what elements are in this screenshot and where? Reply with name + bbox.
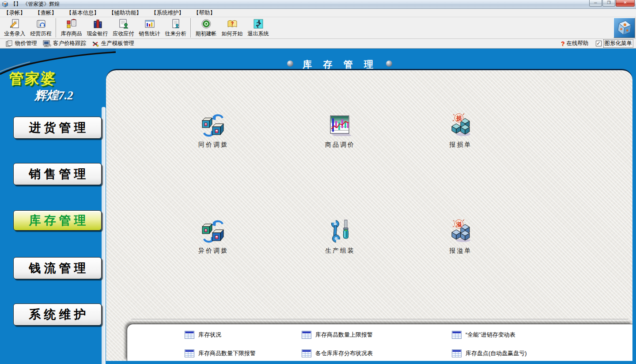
sphere-icon <box>386 61 392 67</box>
sidebar-item-purchase[interactable]: 进货管理 <box>13 117 102 139</box>
toolbar-label: 往来分析 <box>165 30 186 38</box>
brand-logo-line1: 管家婆 <box>8 69 57 89</box>
main-toolbar: 业务录入 经营历程 库存商品 <box>0 17 636 39</box>
toolbar-customer-price-tracking[interactable]: 客户价格跟踪 <box>42 40 86 47</box>
report-warehouse-distribution[interactable]: 各仓库库存分布状况表 <box>302 349 373 358</box>
menubar: 【录帐】 【查帐】 【基本信息】 【辅助功能】 【系统维护】 【帮助】 <box>0 9 636 17</box>
shortcut-goods-price-adjust[interactable]: 商品调价 <box>311 113 369 149</box>
sidebar-item-sales[interactable]: 销售管理 <box>13 163 102 185</box>
toolbar-label: 库存商品 <box>61 30 82 38</box>
report-lower-limit-alarm[interactable]: 库存商品数量下限报警 <box>185 349 256 358</box>
toolbar-contacts-analysis[interactable]: 往来分析 <box>163 18 189 38</box>
production-template-icon <box>91 40 99 47</box>
shortcut-production-assembly[interactable]: 生产组装 <box>311 219 369 255</box>
workspace: 管家婆 辉煌7.2 进货管理 销售管理 库存管理 钱流管理 系统维护 库 存 管… <box>0 49 636 364</box>
svg-text:?: ? <box>231 21 234 26</box>
menu-query[interactable]: 【查帐】 <box>32 9 60 17</box>
shortcut-surplus-report[interactable]: 溢 报溢单 <box>432 219 489 255</box>
toolbar-label: 生产模板管理 <box>101 40 134 47</box>
toolbar-label: 现金银行 <box>87 30 108 38</box>
sidebar-divider-strip <box>102 107 106 364</box>
toolbar-business-entry[interactable]: 业务录入 <box>2 18 28 38</box>
toolbar-initial-account[interactable]: 期初建帐 <box>193 18 219 38</box>
report-upper-limit-alarm[interactable]: 库存商品数量上限报警 <box>302 330 373 339</box>
goods-price-adjust-icon <box>328 113 352 138</box>
sidebar-item-cashflow[interactable]: 钱流管理 <box>13 257 102 279</box>
report-omni-flow-table[interactable]: “全能”进销存变动表 <box>452 330 515 339</box>
toolbar-label: 物价管理 <box>15 40 37 47</box>
inventory-goods-icon <box>66 19 77 29</box>
table-icon <box>185 331 194 339</box>
menu-basic-info[interactable]: 【基本信息】 <box>64 9 102 17</box>
menu-system-maintenance[interactable]: 【系统维护】 <box>148 9 187 17</box>
window-title: 【】 《管家婆》辉煌 <box>11 0 60 8</box>
restore-button[interactable]: ❐ <box>602 0 615 7</box>
report-label: 库存商品数量上限报警 <box>315 331 373 339</box>
shortcut-label: 报溢单 <box>450 247 472 255</box>
titlebar: 【】 《管家婆》辉煌 ─ ❐ ✕ <box>0 0 636 9</box>
loss-badge-text: 损 <box>456 115 462 121</box>
toolbar-sales-statistics[interactable]: 销售统计 <box>136 18 163 38</box>
table-icon <box>185 349 194 357</box>
toolbar-price-management[interactable]: 物价管理 <box>5 40 37 47</box>
secondary-toolbar: 物价管理 客户价格跟踪 生产模板管理 ? 在线帮助 ✓ 图形化菜单 <box>0 39 636 49</box>
table-icon <box>302 349 311 357</box>
report-label: “全能”进销存变动表 <box>466 331 515 339</box>
edit-document-icon <box>9 19 21 29</box>
report-label: 库存状况 <box>198 331 221 339</box>
shortcut-diff-price-transfer[interactable]: 异价调拨 <box>185 219 242 255</box>
toolbar-inventory-goods[interactable]: 库存商品 <box>58 18 84 38</box>
business-history-icon <box>35 19 47 29</box>
receivable-payable-icon <box>118 19 129 29</box>
toolbar2-right-group: ? 在线帮助 ✓ 图形化菜单 <box>561 39 633 48</box>
shortcut-label: 异价调拨 <box>198 247 228 255</box>
surplus-badge-text: 溢 <box>456 221 462 228</box>
toolbar-production-template[interactable]: 生产模板管理 <box>91 40 134 47</box>
shortcut-same-price-transfer[interactable]: 同价调拨 <box>185 113 242 149</box>
menu-record[interactable]: 【录帐】 <box>1 9 28 17</box>
shortcut-label: 商品调价 <box>325 141 355 149</box>
toolbar-label: 期初建帐 <box>196 30 217 38</box>
customer-price-tracking-icon <box>42 40 51 47</box>
menu-help[interactable]: 【帮助】 <box>191 9 218 17</box>
how-to-start-icon: ? <box>227 19 238 29</box>
initial-account-icon <box>201 19 212 29</box>
diff-price-transfer-icon <box>201 219 226 244</box>
sidebar-item-inventory[interactable]: 库存管理 <box>13 210 102 231</box>
toolbar-business-history[interactable]: 经营历程 <box>28 18 54 38</box>
shortcut-label: 报损单 <box>450 141 472 149</box>
app-icon <box>2 1 8 8</box>
window-controls: ─ ❐ ✕ <box>589 0 635 7</box>
table-icon <box>302 331 311 339</box>
contacts-analysis-icon <box>170 19 182 29</box>
report-inventory-status[interactable]: 库存状况 <box>185 330 221 339</box>
report-label: 库存商品数量下限报警 <box>198 349 256 357</box>
loss-report-icon: 损 <box>448 113 473 138</box>
menu-auxiliary[interactable]: 【辅助功能】 <box>106 9 144 17</box>
toolbar-label: 销售统计 <box>139 30 160 38</box>
toolbar-label: 业务录入 <box>4 30 26 38</box>
close-button[interactable]: ✕ <box>616 0 635 7</box>
toolbar-label: 应收应付 <box>113 30 134 38</box>
toolbar-receivable-payable[interactable]: 应收应付 <box>110 18 136 38</box>
online-help-link[interactable]: 在线帮助 <box>567 40 589 47</box>
surplus-report-icon: 溢 <box>448 219 473 244</box>
brand-logo-line2: 辉煌7.2 <box>34 87 73 103</box>
application-window: 【】 《管家婆》辉煌 ─ ❐ ✕ 【录帐】 【查帐】 【基本信息】 【辅助功能】… <box>0 0 636 364</box>
toolbar-exit-system[interactable]: 退出系统 <box>245 18 271 38</box>
cash-bank-icon <box>92 19 103 29</box>
sales-statistics-icon <box>144 19 155 29</box>
toolbar-how-to-start[interactable]: ? 如何开始 <box>219 18 245 38</box>
shortcut-loss-report[interactable]: 损 报损单 <box>432 113 489 149</box>
shortcut-label: 生产组装 <box>325 247 355 255</box>
minimize-button[interactable]: ─ <box>589 0 602 7</box>
table-icon <box>452 349 462 357</box>
toolbar-cash-bank[interactable]: 现金银行 <box>84 18 110 38</box>
table-icon <box>452 331 462 339</box>
report-label: 库存盘点(自动盘赢盘亏) <box>466 349 527 357</box>
graphical-menu-label[interactable]: 图形化菜单 <box>603 39 634 48</box>
toolbar-separator <box>56 18 57 38</box>
sidebar-item-system[interactable]: 系统维护 <box>13 303 102 326</box>
report-stocktaking[interactable]: 库存盘点(自动盘赢盘亏) <box>452 349 527 358</box>
graphical-menu-checkbox[interactable]: ✓ <box>596 41 602 46</box>
